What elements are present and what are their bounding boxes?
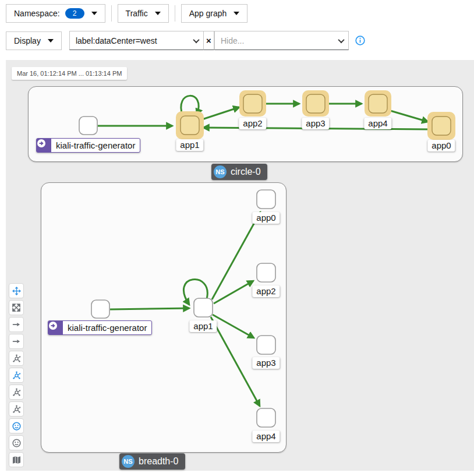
node-app0[interactable]: [432, 117, 451, 135]
arrow-circle-icon: [48, 321, 63, 334]
chevron-down-icon[interactable]: [193, 36, 199, 43]
layout-cose-button[interactable]: [9, 401, 24, 417]
graph-side-toolbar: [9, 283, 24, 467]
divider: [111, 5, 112, 22]
ns-icon: NS: [122, 455, 135, 468]
topology-active-icon: [12, 371, 21, 380]
topology-icon: [12, 354, 21, 363]
edge-app1-app3[interactable]: [213, 315, 254, 338]
chevron-down-icon: [91, 12, 97, 15]
node-label-app3[interactable]: app3: [302, 118, 329, 129]
chevron-down-icon[interactable]: [338, 36, 344, 43]
info-icon: [355, 36, 365, 45]
display-label: Display: [14, 36, 41, 45]
traffic-generator-label: kiali-traffic-generator: [51, 139, 140, 152]
traffic-generator-badge[interactable]: kiali-traffic-generator: [36, 138, 140, 153]
find-hide-help[interactable]: [355, 36, 365, 45]
graph-group2-svg: [41, 183, 287, 453]
chevron-down-icon: [155, 12, 161, 15]
namespace-dropdown[interactable]: Namespace: 2: [6, 4, 105, 23]
node-traffic-generator[interactable]: [79, 117, 97, 135]
expand-arrows-icon: [12, 304, 20, 312]
namespace-layout-active-button[interactable]: [9, 418, 24, 433]
namespace-name: breadth-0: [139, 456, 179, 467]
graph-toolbar-row1: Namespace: 2 Traffic App graph: [6, 4, 247, 23]
topology-icon: [12, 388, 21, 397]
arrow-right-icon: [12, 320, 20, 329]
namespace-layout-button[interactable]: [9, 435, 24, 450]
time-range-label: Mar 16, 01:12:14 PM ... 01:13:14 PM: [12, 67, 127, 80]
hide-input[interactable]: [221, 36, 339, 45]
edge-app1-app2[interactable]: [200, 107, 239, 120]
namespace-count-badge: 2: [65, 8, 84, 19]
pan-mode-button[interactable]: [9, 283, 24, 298]
namespace-label: Namespace:: [14, 9, 60, 18]
node-app4[interactable]: [369, 94, 387, 113]
node-label-app4[interactable]: app4: [364, 118, 391, 129]
node-app2[interactable]: [243, 94, 262, 113]
face-icon: [12, 439, 21, 447]
hide-step-button[interactable]: [9, 317, 24, 332]
node-app1[interactable]: [181, 116, 199, 135]
chevron-down-icon: [234, 12, 239, 15]
node-label-app4[interactable]: app4: [252, 431, 280, 442]
display-dropdown[interactable]: Display: [6, 31, 62, 50]
namespace-badge-breadth-0[interactable]: NS breadth-0: [119, 453, 185, 470]
namespace-name: circle-0: [231, 167, 261, 177]
node-app3[interactable]: [306, 94, 325, 113]
node-app4[interactable]: [257, 408, 275, 427]
find-input[interactable]: [76, 36, 194, 45]
node-label-app1[interactable]: app1: [176, 139, 203, 151]
namespace-box-breadth-0[interactable]: app0 app2 app1 app3 app4 kiali-traffic-g…: [41, 182, 286, 453]
topology-icon: [12, 405, 21, 414]
graph-type-label: App graph: [189, 9, 227, 18]
node-label-app2[interactable]: app2: [239, 118, 266, 129]
namespace-badge-circle-0[interactable]: NS circle-0: [211, 164, 267, 180]
edge-generator-app1[interactable]: [110, 308, 189, 309]
node-traffic-generator[interactable]: [91, 300, 109, 318]
find-combobox: [69, 31, 204, 50]
node-label-app2[interactable]: app2: [252, 285, 280, 297]
graph-toolbar-row2: Display ×: [6, 31, 365, 50]
traffic-generator-label: kiali-traffic-generator: [63, 321, 151, 334]
node-label-app0[interactable]: app0: [427, 140, 455, 151]
traffic-label: Traffic: [126, 9, 148, 18]
unhide-step-button[interactable]: [9, 334, 24, 349]
node-label-app0[interactable]: app0: [252, 212, 280, 224]
face-active-icon: [12, 422, 21, 431]
node-label-app1[interactable]: app1: [189, 320, 217, 332]
legend-button[interactable]: [9, 452, 24, 467]
divider: [175, 5, 175, 22]
traffic-dropdown[interactable]: Traffic: [118, 4, 169, 23]
arrow-right-icon: [12, 337, 20, 345]
node-app2[interactable]: [257, 263, 275, 282]
layout-cola-button[interactable]: [9, 385, 24, 400]
layout-selected-button[interactable]: [9, 368, 24, 383]
clear-find-button[interactable]: ×: [204, 31, 214, 50]
chevron-down-icon: [48, 39, 54, 43]
graph-canvas[interactable]: Mar 16, 01:12:14 PM ... 01:13:14 PM: [6, 60, 474, 471]
layout-dagre-button[interactable]: [9, 351, 24, 366]
pan-icon: [12, 287, 21, 295]
hide-combobox: [214, 31, 349, 50]
edge-app4-app0[interactable]: [388, 110, 428, 122]
arrow-circle-icon: [37, 139, 51, 152]
node-label-app3[interactable]: app3: [252, 357, 280, 369]
map-icon: [12, 456, 21, 464]
namespace-box-circle-0[interactable]: app1 app2 app3 app4 app0 kiali-traffic-g…: [28, 86, 463, 162]
traffic-generator-badge[interactable]: kiali-traffic-generator: [48, 320, 152, 335]
node-app0[interactable]: [257, 190, 275, 209]
node-app3[interactable]: [257, 336, 275, 354]
node-app1[interactable]: [194, 298, 213, 317]
zoom-to-fit-button[interactable]: [9, 300, 24, 315]
graph-type-dropdown[interactable]: App graph: [181, 4, 248, 23]
ns-icon: NS: [214, 165, 227, 178]
